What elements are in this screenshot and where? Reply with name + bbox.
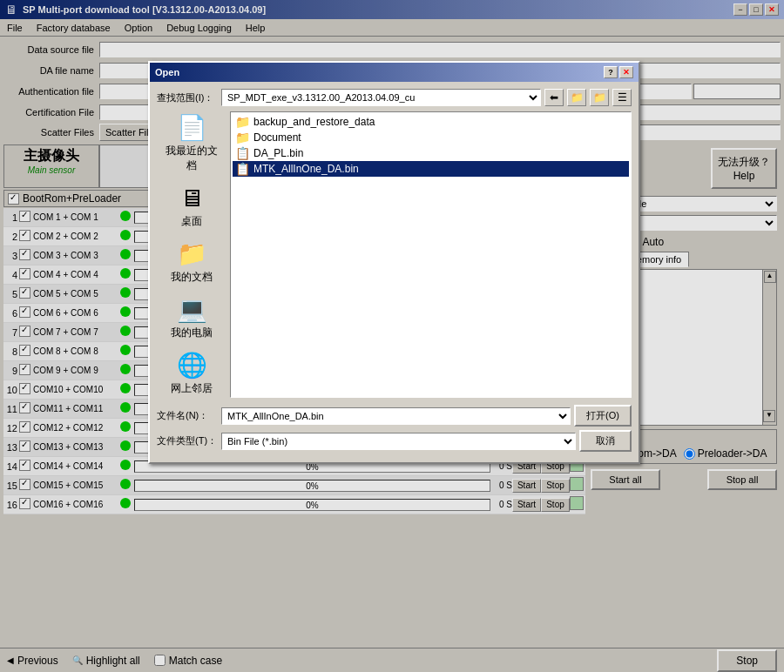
filename-label: 文件名(N)： (157, 409, 218, 422)
new-folder-button[interactable]: 📁 (590, 89, 609, 106)
dialog-body: 查找范围(I)： SP_MDT_exe_v3.1312.00_A2013.04.… (150, 82, 639, 462)
dialog-bottom: 文件名(N)： MTK_AllInOne_DA.bin 打开(O) 文件类型(T… (157, 405, 632, 452)
dialog-close-button[interactable]: ✕ (619, 66, 633, 78)
file-item-da-pl[interactable]: 📋 DA_PL.bin (233, 145, 629, 161)
my-docs-item[interactable]: 📁 我的文档 (161, 238, 222, 286)
dialog-help-button[interactable]: ? (604, 66, 618, 78)
open-button[interactable]: 打开(O) (574, 405, 632, 427)
folder-icon-document: 📁 (235, 131, 250, 144)
network-icon: 🌐 (177, 351, 207, 380)
filename-input[interactable]: MTK_AllInOne_DA.bin (221, 407, 571, 425)
dialog-sidebar: 📄 我最近的文档 🖥 桌面 📁 我的文档 💻 我的电脑 (157, 111, 226, 398)
cancel-button[interactable]: 取消 (579, 430, 632, 452)
back-button[interactable]: ⬅ (544, 89, 564, 106)
filename-row: 文件名(N)： MTK_AllInOne_DA.bin 打开(O) (157, 405, 632, 427)
folder-icon-backup: 📁 (235, 115, 250, 129)
filetype-label: 文件类型(T)： (157, 434, 218, 447)
network-item[interactable]: 🌐 网上邻居 (161, 349, 222, 398)
recent-docs-item[interactable]: 📄 我最近的文档 (161, 111, 222, 175)
dialog-title-bar: Open ? ✕ (150, 63, 639, 82)
dialog-file-list: 📁 backup_and_restore_data 📁 Document 📋 D… (230, 111, 632, 398)
up-folder-button[interactable]: 📁 (567, 89, 586, 106)
file-item-mtk[interactable]: 📋 MTK_AllInOne_DA.bin (233, 161, 629, 177)
file-icon-da-pl: 📋 (235, 146, 250, 160)
file-item-backup[interactable]: 📁 backup_and_restore_data (233, 114, 629, 130)
dialog-toolbar: 查找范围(I)： SP_MDT_exe_v3.1312.00_A2013.04.… (157, 89, 632, 106)
my-computer-item[interactable]: 💻 我的电脑 (161, 293, 222, 342)
dialog-title: Open (155, 67, 179, 77)
dialog-overlay: Open ? ✕ 查找范围(I)： SP_MDT_exe_v3.1312.00_… (0, 0, 784, 672)
desktop-item[interactable]: 🖥 桌面 (161, 182, 222, 231)
my-docs-icon: 📁 (177, 239, 207, 268)
path-combo[interactable]: SP_MDT_exe_v3.1312.00_A2013.04.09_cu (221, 89, 541, 106)
filetype-select[interactable]: Bin File (*.bin) (221, 433, 576, 450)
recent-docs-icon: 📄 (177, 113, 207, 142)
desktop-icon: 🖥 (179, 184, 204, 212)
file-icon-mtk: 📋 (235, 162, 250, 176)
dialog-main: 📄 我最近的文档 🖥 桌面 📁 我的文档 💻 我的电脑 (157, 111, 632, 398)
file-item-document[interactable]: 📁 Document (233, 130, 629, 145)
search-range-label: 查找范围(I)： (157, 91, 218, 104)
filetype-row: 文件类型(T)： Bin File (*.bin) 取消 (157, 430, 632, 452)
my-computer-icon: 💻 (177, 295, 207, 324)
view-button[interactable]: ☰ (612, 89, 632, 106)
open-dialog: Open ? ✕ 查找范围(I)： SP_MDT_exe_v3.1312.00_… (148, 61, 640, 464)
